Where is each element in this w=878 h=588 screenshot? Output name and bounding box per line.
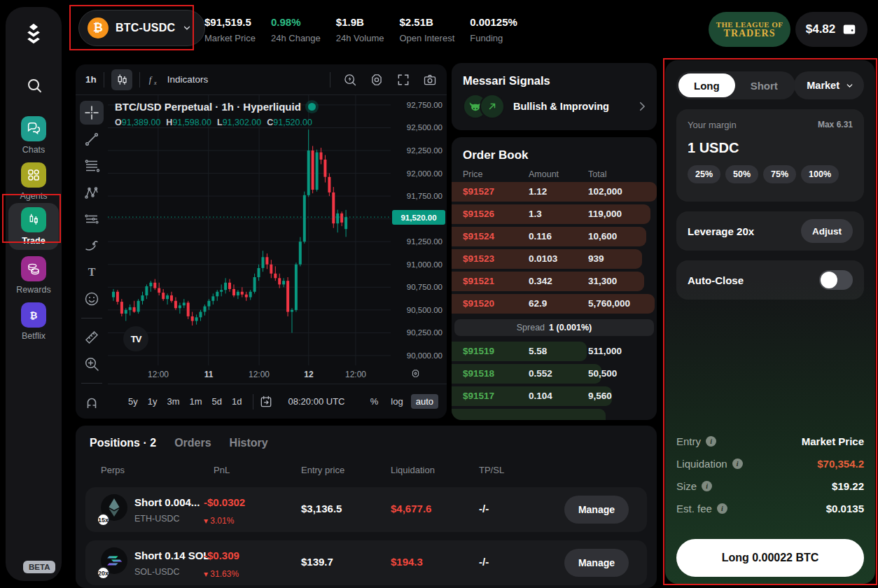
order-book-ask-row[interactable]: $915210.34231,300 — [452, 272, 657, 291]
indicators-button[interactable]: fx Indicators — [147, 73, 209, 87]
stat-value: $2.51B — [399, 16, 454, 28]
summary-label: Entry — [676, 435, 701, 447]
submit-order-button[interactable]: Long 0.00022 BTC — [676, 539, 864, 577]
order-book-header: Total — [588, 169, 606, 179]
order-book-bid-row[interactable] — [452, 409, 657, 420]
positions-tab-orders[interactable]: Orders — [174, 437, 211, 449]
info-icon[interactable]: i — [706, 436, 716, 447]
wallet-balance-button[interactable]: $4.82 — [795, 12, 867, 47]
interval-button[interactable]: 1h — [85, 74, 97, 85]
drawing-toolbar: T — [76, 95, 108, 419]
timeframe-3m[interactable]: 3m — [162, 393, 184, 410]
trendline-tool-icon[interactable] — [80, 127, 104, 151]
positions-tab-positions[interactable]: Positions · 2 — [90, 437, 156, 449]
chart-settings-icon[interactable] — [370, 73, 384, 87]
tradingview-logo[interactable]: TV — [123, 326, 148, 351]
scale-%[interactable]: % — [365, 394, 384, 409]
sidebar-item-label: Rewards — [16, 285, 50, 295]
messari-signals-card[interactable]: Messari Signals Bullish & Improving — [452, 63, 657, 130]
percent-chip-100[interactable]: 100% — [801, 165, 839, 183]
order-book-bid-row[interactable]: $915195.58511,000 — [452, 342, 657, 361]
price-tick: 92,750.00 — [407, 101, 443, 109]
summary-label: Est. fee — [676, 503, 712, 514]
price-tick: 91,750.00 — [407, 192, 443, 200]
quick-search-icon[interactable] — [343, 73, 357, 87]
order-book-ask-row[interactable]: $915240.11610,600 — [452, 227, 657, 246]
app-logo-icon[interactable] — [21, 21, 46, 49]
order-book-bid-row[interactable]: $915170.1049,560 — [452, 386, 657, 406]
go-to-date-icon[interactable] — [259, 395, 273, 409]
timeframe-5d[interactable]: 5d — [207, 393, 227, 410]
brush-tool-icon[interactable] — [80, 234, 104, 258]
order-type-dropdown[interactable]: Market — [794, 71, 864, 99]
time-axis[interactable]: 12:001112:001212:00 — [108, 365, 391, 384]
manage-button[interactable]: Manage — [564, 496, 629, 524]
sidebar-item-agents[interactable]: Agents — [8, 158, 59, 205]
position-tool-tool-icon[interactable] — [80, 207, 104, 231]
sidebar-item-chats[interactable]: Chats — [8, 112, 59, 159]
emoji-tool-icon[interactable] — [80, 287, 104, 311]
market-stat: $2.51BOpen Interest — [399, 16, 454, 43]
adjust-leverage-button[interactable]: Adjust — [801, 219, 853, 243]
axis-settings-icon[interactable] — [410, 368, 421, 379]
positions-tab-history[interactable]: History — [230, 437, 268, 449]
search-icon[interactable] — [26, 77, 43, 94]
market-stat: $1.9B24h Volume — [336, 16, 384, 43]
tab-short[interactable]: Short — [735, 74, 793, 97]
fullscreen-icon[interactable] — [396, 73, 410, 87]
timeframe-1m[interactable]: 1m — [185, 393, 207, 410]
info-icon[interactable]: i — [717, 503, 727, 514]
manage-button[interactable]: Manage — [564, 549, 629, 577]
betflix-icon: ₿ — [27, 308, 41, 322]
percent-chip-25[interactable]: 25% — [688, 165, 720, 183]
positions-header: Liquidation — [391, 465, 435, 475]
order-book-bid-row[interactable]: $915180.55250,500 — [452, 364, 657, 384]
position-title: Short 0.14 SOL — [134, 550, 210, 561]
summary-value: $0.0135 — [826, 503, 864, 514]
leverage-card: Leverage 20x Adjust — [676, 211, 864, 251]
candlestick-chart[interactable] — [108, 95, 391, 365]
ohlc-legend: O91,389.00H91,598.00L91,302.00C91,520.00 — [115, 118, 318, 127]
position-pnl-percent: ▾ 3.01% — [204, 516, 234, 526]
clock-utc[interactable]: 08:20:00 UTC — [288, 396, 345, 407]
timeframe-1d[interactable]: 1d — [227, 393, 246, 410]
chart-title: BTC/USD Perpetual · 1h · Hyperliquid — [115, 101, 301, 113]
max-label[interactable]: Max 6.31 — [818, 120, 853, 130]
chevron-down-icon — [845, 81, 854, 90]
scale-log[interactable]: log — [386, 394, 407, 409]
snapshot-camera-icon[interactable] — [423, 73, 437, 87]
order-book-ask-row[interactable]: $915261.3119,000 — [452, 204, 657, 224]
percent-chip-75[interactable]: 75% — [763, 165, 796, 183]
ruler-tool-icon[interactable] — [80, 326, 104, 349]
margin-input[interactable]: 1 USDC — [676, 130, 864, 156]
percent-chip-50[interactable]: 50% — [725, 165, 758, 183]
text-tool-icon[interactable]: T — [80, 260, 104, 284]
price-axis[interactable]: 92,750.0092,500.0092,250.0092,000.0091,7… — [391, 95, 447, 365]
magnet-tool-icon[interactable] — [80, 391, 104, 414]
sidebar-item-rewards[interactable]: Rewards — [8, 252, 59, 299]
tab-long[interactable]: Long — [678, 74, 735, 97]
fib-lines-tool-icon[interactable] — [80, 154, 104, 178]
league-of-traders-logo[interactable]: THE LEAGUE OF TRADERS — [709, 12, 790, 47]
xabcd-pattern-tool-icon[interactable] — [80, 181, 104, 204]
league-logo-line2: TRADERS — [724, 28, 776, 39]
auto-close-toggle[interactable] — [819, 270, 853, 290]
timeframe-1y[interactable]: 1y — [143, 393, 162, 410]
positions-tabs: Positions · 2OrdersHistory — [90, 437, 268, 449]
info-icon[interactable]: i — [702, 481, 712, 491]
order-book-ask-row[interactable]: $9152062.95,760,000 — [452, 294, 657, 314]
scale-auto[interactable]: auto — [411, 394, 438, 409]
order-book-ask-row[interactable]: $915271.12102,000 — [452, 182, 657, 202]
pair-selector[interactable]: ₿ BTC-USDC — [78, 10, 205, 46]
candle-style-icon[interactable] — [111, 69, 132, 90]
zoom-in-tool-icon[interactable] — [80, 352, 104, 376]
crosshair-tool-icon[interactable] — [80, 101, 104, 125]
svg-text:x: x — [153, 80, 157, 86]
sidebar-item-betflix[interactable]: ₿Betflix — [8, 298, 59, 345]
sidebar-item-trade[interactable]: Trade — [8, 203, 59, 250]
timeframe-5y[interactable]: 5y — [123, 393, 143, 410]
beta-badge: BETA — [23, 561, 55, 573]
info-icon[interactable]: i — [732, 458, 743, 469]
percent-chips: 25%50%75%100% — [676, 156, 864, 183]
order-book-ask-row[interactable]: $915230.0103939 — [452, 249, 657, 269]
